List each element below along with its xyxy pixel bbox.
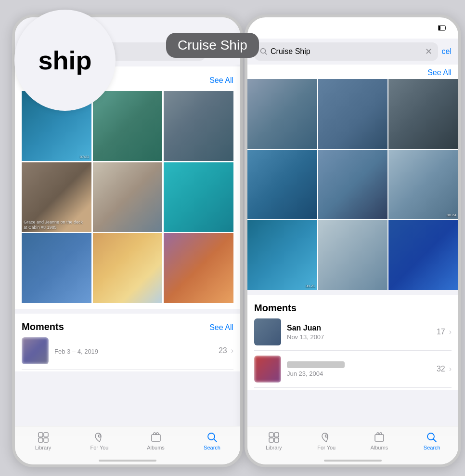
tab-albums[interactable]: Albums — [128, 429, 184, 450]
list-item[interactable]: San Juan Nov 13, 2007 17 › — [254, 314, 452, 351]
right-moments-header: Moments — [254, 303, 452, 314]
moment-info: Feb 3 – 4, 2019 — [54, 347, 213, 355]
chevron-right-icon: › — [449, 365, 452, 373]
table-row[interactable] — [22, 233, 91, 303]
right-home-indicator — [324, 460, 382, 462]
right-search-input-wrap[interactable]: ✕ — [254, 42, 438, 61]
moment-right: 32 › — [437, 365, 452, 373]
moment-right: 23 › — [219, 346, 233, 355]
moment-thumbnail — [254, 356, 281, 383]
svg-rect-5 — [44, 438, 48, 442]
svg-rect-15 — [274, 433, 279, 437]
right-scroll-area[interactable]: See All 08.24 08.21 — [247, 66, 458, 436]
right-see-all[interactable]: See All — [427, 68, 452, 77]
right-tab-search[interactable]: Search — [406, 429, 459, 450]
svg-rect-14 — [269, 433, 273, 437]
tab-search[interactable]: Search — [184, 429, 240, 450]
right-search-icon — [260, 48, 268, 55]
svg-rect-3 — [44, 433, 48, 437]
table-row[interactable] — [318, 220, 388, 290]
svg-point-6 — [98, 435, 101, 437]
left-section-header: 64 Photos See All — [22, 74, 233, 85]
table-row[interactable]: 08.21 — [247, 220, 317, 290]
right-phone: ✕ cel See All 08.24 08.21 — [245, 14, 461, 467]
tab-foryou-label: For You — [90, 445, 109, 450]
table-row[interactable] — [93, 233, 163, 303]
table-row[interactable] — [164, 162, 233, 232]
moment-date: Feb 3 – 4, 2019 — [54, 348, 213, 355]
table-row[interactable] — [247, 150, 317, 220]
table-row[interactable]: 08.24 — [388, 150, 458, 220]
list-item[interactable]: Feb 3 – 4, 2019 23 › — [22, 332, 233, 370]
tab-library[interactable]: Library — [15, 429, 71, 450]
albums-icon — [373, 431, 386, 444]
left-see-all[interactable]: See All — [209, 76, 233, 85]
left-moments-header: Moments See All — [22, 321, 233, 332]
list-item[interactable]: Jun 23, 2004 32 › — [254, 351, 452, 388]
table-row[interactable] — [93, 91, 163, 161]
table-row[interactable] — [164, 91, 233, 161]
right-tab-library-label: Library — [266, 445, 282, 450]
right-search-bar-area: ✕ cel — [247, 39, 458, 65]
right-status-icons — [438, 25, 447, 31]
table-row[interactable]: 07/22 — [22, 91, 91, 161]
left-search-icon — [27, 48, 35, 55]
moment-info: Jun 23, 2004 — [287, 361, 431, 377]
left-cancel-button[interactable]: Cancel — [209, 47, 233, 56]
moment-right: 17 › — [437, 328, 452, 336]
right-tab-albums-label: Albums — [370, 445, 388, 450]
left-scroll-area[interactable]: 64 Photos See All 07/22 Grace and Jeanne… — [15, 66, 240, 436]
left-tab-bar: Library For You Albums — [15, 426, 240, 464]
tab-foryou[interactable]: For You — [71, 429, 128, 450]
search-tab-icon — [426, 431, 438, 444]
left-search-input-wrap[interactable]: ✕ — [22, 42, 206, 61]
left-search-input[interactable] — [38, 47, 190, 56]
table-row[interactable] — [388, 79, 458, 149]
left-clear-button[interactable]: ✕ — [193, 46, 200, 57]
svg-rect-4 — [39, 438, 43, 442]
left-moments-see-all[interactable]: See All — [209, 323, 233, 332]
left-moments-section: Moments See All Feb 3 – 4, 2019 23 › — [15, 314, 240, 371]
right-search-input[interactable] — [271, 47, 422, 56]
left-photo-grid: 07/22 Grace and Jeanne on the deckat Cab… — [22, 91, 233, 303]
left-phone: ✕ Cancel 64 Photos See All 07/22 — [12, 14, 243, 467]
right-tab-library[interactable]: Library — [247, 429, 300, 450]
table-row[interactable] — [318, 79, 388, 149]
tab-library-label: Library — [35, 445, 52, 450]
right-cancel-button[interactable]: cel — [442, 47, 452, 56]
table-row[interactable] — [388, 220, 458, 290]
right-tab-albums[interactable]: Albums — [353, 429, 406, 450]
left-photos-section: 64 Photos See All 07/22 Grace and Jeanne… — [15, 66, 240, 309]
left-home-indicator — [99, 460, 156, 462]
library-icon — [37, 431, 50, 444]
table-row[interactable] — [247, 79, 317, 149]
right-tab-search-label: Search — [424, 445, 440, 450]
table-row[interactable] — [164, 233, 233, 303]
right-top-see-all-row: See All — [247, 66, 458, 79]
left-content: ✕ Cancel 64 Photos See All 07/22 — [15, 17, 240, 436]
right-tab-foryou[interactable]: For You — [300, 429, 353, 450]
table-row[interactable] — [93, 162, 163, 232]
moment-thumbnail — [22, 337, 49, 364]
right-clear-button[interactable]: ✕ — [425, 46, 432, 57]
battery-icon — [438, 25, 447, 31]
left-search-row: ✕ Cancel — [22, 42, 233, 61]
left-moments-title: Moments — [22, 321, 64, 332]
left-photos-count: 64 Photos — [22, 74, 68, 85]
right-moments-section: Moments San Juan Nov 13, 2007 17 › — [247, 295, 458, 390]
right-status-bar — [247, 17, 458, 39]
tab-search-label: Search — [204, 445, 220, 450]
search-tab-icon — [206, 431, 219, 444]
svg-point-18 — [325, 435, 328, 437]
moment-thumbnail — [254, 318, 281, 345]
table-row[interactable] — [318, 150, 388, 220]
table-row[interactable]: Grace and Jeanne on the deckat Cabin #8 … — [22, 162, 91, 232]
foryou-icon — [320, 431, 333, 444]
chevron-right-icon: › — [449, 328, 452, 336]
svg-rect-11 — [439, 26, 440, 30]
left-status-bar — [15, 17, 240, 39]
svg-line-1 — [33, 53, 35, 55]
moment-date: Nov 13, 2007 — [287, 333, 431, 341]
albums-icon — [150, 431, 162, 444]
left-search-bar-area: ✕ Cancel — [15, 39, 240, 65]
